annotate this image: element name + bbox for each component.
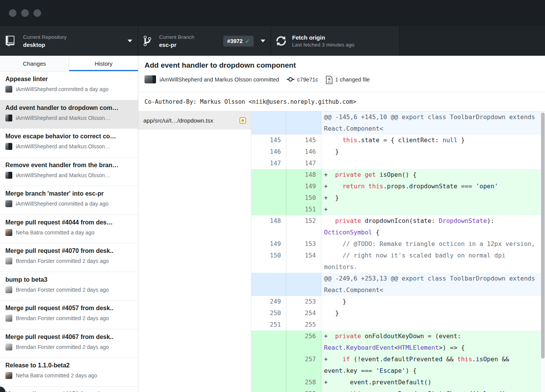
- current-branch-button[interactable]: Current Branch esc-pr #3972 ✓: [138, 26, 271, 56]
- commit-item-meta: Brendan Forster committed 2 days ago: [5, 257, 133, 264]
- pr-check-icon: ✓: [245, 38, 250, 45]
- old-line-number: [251, 169, 286, 181]
- chevron-down-icon: [261, 40, 265, 42]
- changed-files-count: 1 changed file: [335, 76, 370, 83]
- commit-list-item[interactable]: Merge pull request #4070 from desk.. Bre…: [0, 243, 138, 272]
- commit-authors: iAmWillShepherd and Markus Olsson commit…: [160, 76, 279, 83]
- git-branch-icon: [143, 35, 151, 47]
- diff-line-code: private dropdownIcon(state: DropdownStat…: [321, 215, 541, 238]
- commit-list-item[interactable]: Appease linter iAmWillShepherd committed…: [0, 71, 138, 100]
- commit-list-item[interactable]: Merge pull request #4056 from des…: [0, 387, 138, 392]
- diff-line: 258 + event.preventDefault(): [251, 377, 541, 388]
- commit-list-item[interactable]: Merge branch 'master' into esc-pr iAmWil…: [0, 186, 138, 215]
- commit-item-meta: iAmWillShepherd and Markus Olsson…: [5, 172, 133, 179]
- chevron-down-icon: [128, 40, 132, 42]
- diff-line-code: + if (!event.defaultPrevented && this.is…: [321, 354, 541, 377]
- commit-item-title: Merge branch 'master' into esc-pr: [5, 190, 133, 197]
- commit-list-item[interactable]: Merge pull request #4067 from desk.. Bre…: [0, 329, 138, 358]
- old-line-number: 146: [251, 146, 286, 158]
- commit-meta: iAmWillShepherd and Markus Olsson commit…: [145, 75, 539, 84]
- repository-text: Current Repository desktop: [23, 34, 124, 48]
- commit-list-item[interactable]: bump to beta3 Brendan Forster committed …: [0, 272, 138, 301]
- diff-line: 151 +: [251, 204, 541, 215]
- new-line-number: 256: [286, 331, 321, 354]
- file-path: app/src/ui/t…/dropdown.tsx: [143, 117, 236, 124]
- new-line-number: 255: [286, 319, 321, 331]
- repository-name: desktop: [23, 42, 124, 48]
- diff-scrollbar-thumb[interactable]: [541, 113, 545, 359]
- diff-line-code: + private onFoldoutKeyDown = (event: Rea…: [321, 331, 541, 354]
- diff-line-code: [321, 158, 541, 169]
- new-line-number: 254: [286, 307, 321, 319]
- commit-list-item[interactable]: Release to 1.1.0-beta2 Neha Batra commit…: [0, 358, 138, 387]
- commit-item-meta: Brendan Forster committed 2 days ago: [5, 344, 133, 350]
- tab-history[interactable]: History: [69, 56, 138, 71]
- new-line-number: 148: [286, 169, 321, 181]
- commit-list-item[interactable]: Remove event handler from the bran… iAmW…: [0, 158, 138, 186]
- old-line-number: 148: [251, 215, 286, 238]
- repo-icon: [5, 36, 15, 47]
- close-window-button[interactable]: [9, 9, 17, 17]
- old-line-number: 145: [251, 135, 286, 146]
- tab-changes[interactable]: Changes: [0, 56, 69, 71]
- old-line-number: 149: [251, 238, 286, 250]
- branch-label: Current Branch: [159, 34, 223, 40]
- commit-item-title: Merge pull request #4044 from des…: [5, 219, 133, 226]
- new-line-number: 151: [286, 204, 321, 215]
- github-desktop-window: Current Repository desktop Current Branc…: [0, 0, 545, 392]
- commit-item-title: Merge pull request #4057 from desk..: [5, 305, 133, 312]
- commit-list-item[interactable]: Merge pull request #4057 from desk.. Bre…: [0, 301, 138, 329]
- pr-number: #3972: [227, 38, 243, 44]
- old-line-number: 249: [251, 296, 286, 307]
- diff-line: 250 254 }: [251, 307, 541, 319]
- diff-file-icon: [326, 75, 332, 84]
- commit-list-item[interactable]: Merge pull request #4044 from des… Neha …: [0, 215, 138, 244]
- diff-scrollbar[interactable]: [541, 111, 545, 392]
- commit-item-title: Release to 1.1.0-beta2: [5, 362, 133, 369]
- zoom-window-button[interactable]: [33, 9, 41, 17]
- commit-list-item[interactable]: Add event handler to dropdown com… iAmWi…: [0, 100, 138, 129]
- diff-rows: @@ -145,6 +145,10 @@ export class Toolba…: [251, 111, 541, 392]
- commit-sha[interactable]: c79e71c: [297, 76, 318, 83]
- new-line-number: [286, 273, 321, 296]
- diff-line: 148 152 private dropdownIcon(state: Drop…: [251, 215, 541, 238]
- file-row[interactable]: app/src/ui/t…/dropdown.tsx: [138, 111, 251, 130]
- new-line-number: 149: [286, 181, 321, 192]
- fetch-title: Fetch origin: [292, 34, 394, 41]
- fetch-origin-button[interactable]: Fetch origin Last fetched 3 minutes ago: [271, 26, 400, 56]
- commit-item-byline: Brendan Forster committed 2 days ago: [16, 344, 109, 350]
- minimize-window-button[interactable]: [21, 9, 29, 17]
- commit-item-title: Add event handler to dropdown com…: [5, 105, 133, 111]
- old-line-number: [251, 354, 286, 377]
- diff-line-code: + private get isOpen() {: [321, 169, 541, 181]
- git-commit-icon: [287, 75, 294, 84]
- commit-header: Add event handler to dropdown component …: [138, 56, 545, 92]
- old-line-number: 250: [251, 307, 286, 319]
- commit-item-byline: Neha Batra committed a day ago: [16, 229, 95, 236]
- commit-item-meta: Neha Batra committed 2 days ago: [5, 372, 133, 379]
- new-line-number: 152: [286, 215, 321, 238]
- commit-item-byline: Brendan Forster committed 2 days ago: [16, 287, 109, 293]
- new-line-number: 259: [286, 388, 321, 392]
- new-line-number: 145: [286, 135, 321, 146]
- committer-avatar: [5, 200, 12, 207]
- diff-line-code: }: [321, 146, 541, 158]
- new-line-number: 257: [286, 354, 321, 377]
- old-line-number: [251, 388, 286, 392]
- commit-list-item[interactable]: Move escape behavior to correct co… iAmW…: [0, 129, 138, 158]
- toolbar: Current Repository desktop Current Branc…: [0, 26, 545, 56]
- old-line-number: 147: [251, 158, 286, 169]
- commit-item-meta: Brendan Forster committed 2 days ago: [5, 286, 133, 293]
- commit-item-title: Merge pull request #4067 from desk..: [5, 334, 133, 341]
- sidebar: Changes History Appease linter iAmWillSh…: [0, 56, 138, 392]
- pr-status-badge: #3972 ✓: [223, 36, 254, 47]
- current-repository-button[interactable]: Current Repository desktop: [0, 26, 138, 56]
- commit-item-meta: iAmWillShepherd committed a day ago: [5, 86, 133, 93]
- fetch-text: Fetch origin Last fetched 3 minutes ago: [292, 34, 394, 48]
- repository-label: Current Repository: [23, 34, 124, 40]
- toolbar-spacer: [400, 26, 545, 56]
- old-line-number: [251, 111, 286, 135]
- commit-item-byline: iAmWillShepherd committed a day ago: [16, 86, 108, 92]
- old-line-number: 150: [251, 250, 286, 273]
- commit-item-title: bump to beta3: [5, 276, 133, 283]
